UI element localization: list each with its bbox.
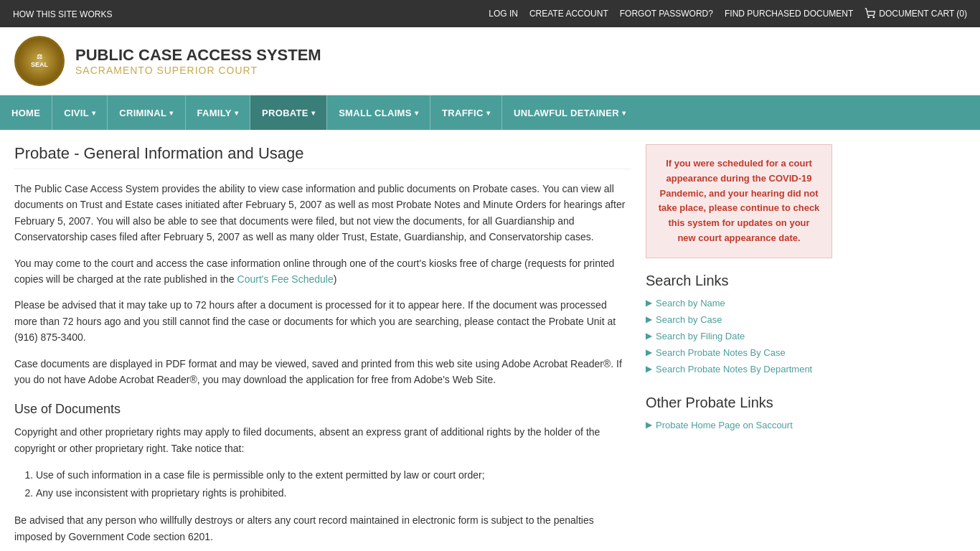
family-chevron: ▾ bbox=[235, 109, 238, 117]
sidebar: If you were scheduled for a court appear… bbox=[646, 144, 832, 551]
other-links-title: Other Probate Links bbox=[646, 395, 832, 411]
nav-probate[interactable]: PROBATE ▾ bbox=[250, 95, 326, 130]
login-link[interactable]: LOG IN bbox=[483, 9, 524, 19]
small-claims-chevron: ▾ bbox=[415, 109, 418, 117]
top-bar: HOW THIS SITE WORKS LOG IN CREATE ACCOUN… bbox=[0, 0, 980, 27]
find-purchased-link[interactable]: FIND PURCHASED DOCUMENT bbox=[719, 9, 859, 19]
site-title: PUBLIC CASE ACCESS SYSTEM bbox=[75, 46, 321, 65]
nav-criminal[interactable]: CRIMINAL ▾ bbox=[108, 95, 184, 130]
nav-family[interactable]: FAMILY ▾ bbox=[186, 95, 250, 130]
use-of-documents-title: Use of Documents bbox=[14, 402, 631, 417]
arrow-icon-6: ▶ bbox=[646, 420, 652, 430]
nav-unlawful-detainer[interactable]: UNLAWFUL DETAINER ▾ bbox=[502, 95, 637, 130]
arrow-icon-4: ▶ bbox=[646, 347, 652, 357]
probate-home-link[interactable]: ▶ Probate Home Page on Saccourt bbox=[646, 420, 832, 430]
content-para-1: The Public Case Access System provides t… bbox=[14, 181, 631, 245]
cart-label: DOCUMENT CART (0) bbox=[879, 9, 967, 19]
search-links-title: Search Links bbox=[646, 273, 832, 289]
main-content: Probate - General Information and Usage … bbox=[0, 130, 980, 551]
search-by-name-link[interactable]: ▶ Search by Name bbox=[646, 298, 832, 309]
nav-small-claims[interactable]: SMALL CLAIMS ▾ bbox=[327, 95, 430, 130]
cart-icon bbox=[864, 8, 876, 19]
nav-home[interactable]: HOME bbox=[0, 95, 52, 130]
top-bar-right: LOG IN CREATE ACCOUNT FORGOT PASSWORD? F… bbox=[483, 8, 973, 19]
unlawful-detainer-chevron: ▾ bbox=[622, 109, 626, 117]
how-site-works-link[interactable]: HOW THIS SITE WORKS bbox=[7, 9, 118, 19]
nav-traffic[interactable]: TRAFFIC ▾ bbox=[430, 95, 501, 130]
search-by-filing-date-link[interactable]: ▶ Search by Filing Date bbox=[646, 331, 832, 342]
list-item-1: Use of such information in a case file i… bbox=[36, 466, 631, 484]
section-para: Copyright and other proprietary rights m… bbox=[14, 424, 631, 456]
content-para-4: Case documents are displayed in PDF form… bbox=[14, 356, 631, 388]
page-title: Probate - General Information and Usage bbox=[14, 144, 631, 169]
criminal-chevron: ▾ bbox=[169, 109, 173, 117]
final-para: Be advised that any person who willfully… bbox=[14, 512, 631, 545]
search-by-case-link[interactable]: ▶ Search by Case bbox=[646, 314, 832, 325]
content-para-2: You may come to the court and access the… bbox=[14, 255, 631, 288]
fee-schedule-link[interactable]: Court's Fee Schedule bbox=[237, 273, 334, 285]
traffic-chevron: ▾ bbox=[486, 109, 490, 117]
logo-text: ⚖SEAL bbox=[31, 53, 48, 69]
arrow-icon-5: ▶ bbox=[646, 364, 652, 374]
court-logo: ⚖SEAL bbox=[14, 36, 65, 86]
content-para-3: Please be advised that it may take up to… bbox=[14, 297, 631, 345]
create-account-link[interactable]: CREATE ACCOUNT bbox=[524, 9, 614, 19]
court-name: SACRAMENTO SUPERIOR COURT bbox=[75, 65, 321, 76]
search-probate-notes-dept-link[interactable]: ▶ Search Probate Notes By Department bbox=[646, 364, 832, 375]
arrow-icon-1: ▶ bbox=[646, 298, 652, 308]
probate-chevron: ▾ bbox=[311, 109, 315, 117]
covid-notice: If you were scheduled for a court appear… bbox=[646, 144, 832, 258]
sidebar-divider bbox=[646, 380, 832, 395]
document-use-list: Use of such information in a case file i… bbox=[36, 466, 631, 502]
arrow-icon-2: ▶ bbox=[646, 314, 652, 324]
main-nav: HOME CIVIL ▾ CRIMINAL ▾ FAMILY ▾ PROBATE… bbox=[0, 95, 980, 130]
arrow-icon-3: ▶ bbox=[646, 331, 652, 341]
forgot-password-link[interactable]: FORGOT PASSWORD? bbox=[614, 9, 719, 19]
list-item-2: Any use inconsistent with proprietary ri… bbox=[36, 484, 631, 502]
header: ⚖SEAL PUBLIC CASE ACCESS SYSTEM SACRAMEN… bbox=[0, 27, 980, 95]
nav-civil[interactable]: CIVIL ▾ bbox=[52, 95, 107, 130]
top-bar-left: HOW THIS SITE WORKS bbox=[7, 8, 118, 19]
search-probate-notes-case-link[interactable]: ▶ Search Probate Notes By Case bbox=[646, 347, 832, 358]
document-cart-link[interactable]: DOCUMENT CART (0) bbox=[859, 8, 973, 19]
content-area: Probate - General Information and Usage … bbox=[14, 144, 631, 551]
header-title: PUBLIC CASE ACCESS SYSTEM SACRAMENTO SUP… bbox=[75, 46, 321, 76]
civil-chevron: ▾ bbox=[92, 109, 95, 117]
